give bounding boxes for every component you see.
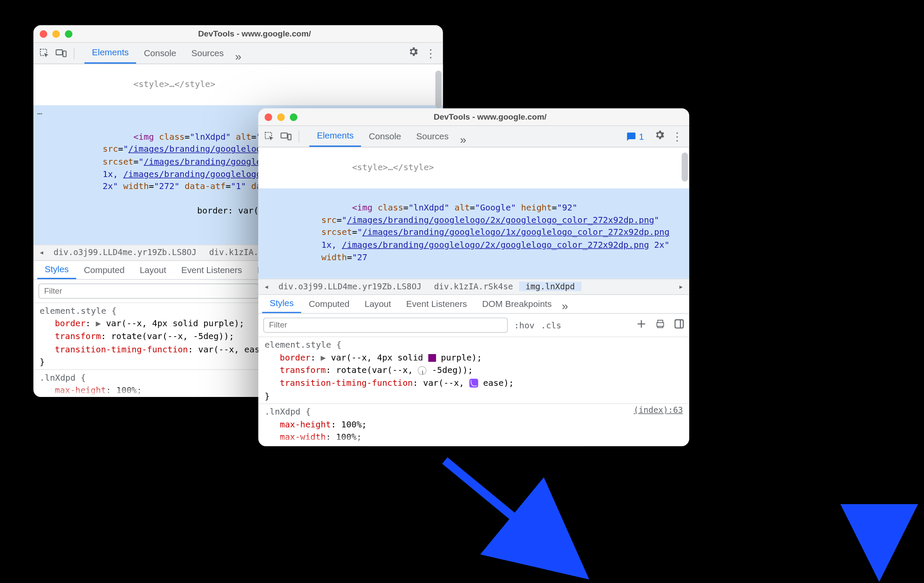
svg-rect-2: [63, 51, 66, 56]
subtab-event-listeners[interactable]: Event Listeners: [174, 261, 249, 279]
styles-filter-input[interactable]: [263, 317, 507, 332]
settings-icon[interactable]: [653, 129, 666, 144]
tab-elements[interactable]: Elements: [309, 126, 361, 147]
titlebar: DevTools - www.google.com/: [258, 108, 689, 126]
panel-tabs: Elements Console Sources »: [84, 43, 245, 64]
easing-swatch-icon[interactable]: [469, 379, 478, 388]
styles-subtabs: Styles Computed Layout Event Listeners D…: [258, 295, 689, 313]
breadcrumb-prev-icon[interactable]: ◂: [261, 282, 272, 291]
kebab-icon[interactable]: ⋮: [670, 129, 684, 143]
window-title: DevTools - www.google.com/: [297, 112, 683, 122]
styles-filter-row: :hov .cls: [258, 314, 689, 337]
new-style-rule-icon[interactable]: [636, 319, 647, 331]
subtab-styles[interactable]: Styles: [262, 295, 301, 313]
main-toolbar: Elements Console Sources » 1 ⋮: [258, 126, 689, 147]
tab-sources[interactable]: Sources: [184, 42, 231, 63]
svg-line-8: [445, 460, 576, 569]
titlebar: DevTools - www.google.com/: [33, 25, 443, 43]
messages-badge[interactable]: 1: [626, 131, 644, 141]
svg-rect-1: [56, 49, 63, 54]
more-tabs-icon[interactable]: »: [231, 51, 245, 64]
subtab-event-listeners[interactable]: Event Listeners: [399, 295, 474, 313]
minimize-icon[interactable]: [277, 113, 285, 121]
subtab-styles[interactable]: Styles: [37, 261, 76, 279]
breadcrumb-prev-icon[interactable]: ◂: [36, 248, 47, 257]
svg-rect-5: [288, 134, 291, 139]
color-swatch-icon[interactable]: [428, 354, 436, 362]
zoom-icon[interactable]: [65, 30, 72, 38]
breadcrumb-next-icon[interactable]: ▸: [675, 282, 687, 291]
settings-icon[interactable]: [406, 46, 420, 60]
subtab-layout[interactable]: Layout: [357, 295, 399, 313]
cls-toggle[interactable]: .cls: [541, 320, 561, 330]
tab-sources[interactable]: Sources: [409, 126, 456, 147]
element-style-rule[interactable]: element.style { border: ▶ var(--x, 4px s…: [258, 337, 689, 404]
breadcrumb-item[interactable]: div.k1zIA.rSk4se: [428, 282, 519, 291]
close-icon[interactable]: [40, 30, 48, 38]
svg-rect-4: [281, 132, 288, 138]
tab-console[interactable]: Console: [136, 42, 184, 63]
subtab-layout[interactable]: Layout: [132, 261, 174, 279]
subtab-dom-breakpoints[interactable]: DOM Breakpoints: [474, 295, 559, 313]
devtools-window-after: DevTools - www.google.com/ Elements Cons…: [258, 108, 689, 446]
styles-filter-input[interactable]: [39, 283, 259, 298]
angle-swatch-icon[interactable]: [418, 366, 427, 375]
dom-scrollbar-thumb[interactable]: [435, 71, 442, 108]
dom-node-style: <style>…</style>: [258, 147, 689, 188]
breadcrumb-item-active[interactable]: img.lnXdpd: [519, 282, 581, 291]
inspect-icon[interactable]: [39, 47, 51, 60]
srcset-link-1x[interactable]: /images/branding/googlelogo/1x/googlelog…: [362, 227, 669, 237]
expand-shorthand-icon[interactable]: ▶: [321, 352, 326, 363]
breadcrumb-item[interactable]: div.o3j99.LLD4me.yr19Zb.LS8OJ: [272, 282, 428, 291]
window-title: DevTools - www.google.com/: [72, 29, 437, 39]
minimize-icon[interactable]: [52, 30, 60, 38]
srcset-link-2x[interactable]: /images/branding/googlelogo/2x/googlelog…: [342, 240, 649, 250]
tab-elements[interactable]: Elements: [84, 42, 136, 63]
panel-tabs: Elements Console Sources »: [309, 126, 470, 147]
subtab-computed[interactable]: Computed: [76, 261, 132, 279]
src-link[interactable]: /images/branding/googlelogo/2x/googlelog…: [347, 215, 654, 225]
expand-shorthand-icon[interactable]: ▶: [96, 319, 101, 329]
hov-toggle[interactable]: :hov: [514, 320, 535, 330]
inspect-icon[interactable]: [263, 130, 276, 143]
device-toggle-icon[interactable]: [280, 130, 292, 143]
gutter-ellipsis-icon[interactable]: ⋯: [37, 108, 42, 120]
dom-node-img-selected[interactable]: <img class="lnXdpd" alt="Google" height=…: [258, 188, 689, 278]
main-toolbar: Elements Console Sources » ⋮: [33, 43, 443, 64]
more-tabs-icon[interactable]: »: [456, 134, 470, 147]
tab-console[interactable]: Console: [361, 126, 409, 147]
dom-scrollbar-thumb[interactable]: [682, 153, 688, 182]
source-link[interactable]: (index):63: [633, 404, 683, 416]
dom-node-style: <style>…</style>: [33, 64, 443, 105]
breadcrumb-bar: ◂ div.o3j99.LLD4me.yr19Zb.LS8OJ div.k1zI…: [258, 278, 689, 295]
computed-panel-toggle-icon[interactable]: [674, 319, 684, 331]
device-toggle-icon[interactable]: [55, 47, 67, 60]
print-icon[interactable]: [655, 319, 666, 331]
breadcrumb-item[interactable]: div.o3j99.LLD4me.yr19Zb.LS8OJ: [47, 248, 203, 257]
zoom-icon[interactable]: [290, 113, 297, 121]
subtab-computed[interactable]: Computed: [301, 295, 357, 313]
more-subtabs-icon[interactable]: »: [559, 300, 570, 313]
kebab-icon[interactable]: ⋮: [424, 46, 438, 60]
close-icon[interactable]: [264, 113, 272, 121]
svg-rect-6: [675, 319, 683, 328]
